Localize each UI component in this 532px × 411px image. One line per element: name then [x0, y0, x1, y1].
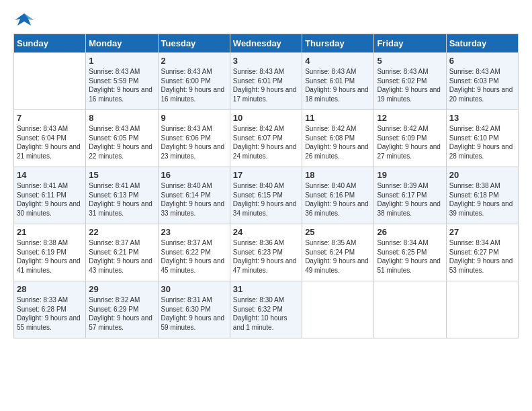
- logo-bird-icon: [15, 11, 34, 30]
- day-number: 19: [377, 170, 443, 180]
- day-number: 1: [89, 56, 154, 66]
- day-detail: Sunrise: 8:43 AMSunset: 6:00 PMDaylight:…: [161, 67, 227, 103]
- weekday-saturday: Saturday: [446, 34, 518, 53]
- weekday-thursday: Thursday: [302, 34, 374, 53]
- day-number: 11: [305, 113, 371, 123]
- calendar-cell: 2Sunrise: 8:43 AMSunset: 6:00 PMDaylight…: [158, 53, 230, 110]
- calendar-cell: [302, 281, 374, 338]
- day-number: 22: [89, 227, 154, 237]
- day-detail: Sunrise: 8:40 AMSunset: 6:14 PMDaylight:…: [161, 181, 227, 218]
- calendar-cell: [374, 281, 446, 338]
- calendar-cell: 24Sunrise: 8:36 AMSunset: 6:23 PMDayligh…: [230, 224, 302, 281]
- day-detail: Sunrise: 8:32 AMSunset: 6:29 PMDaylight:…: [89, 295, 154, 332]
- day-number: 30: [161, 284, 227, 294]
- day-detail: Sunrise: 8:43 AMSunset: 6:04 PMDaylight:…: [17, 124, 83, 161]
- calendar-cell: 31Sunrise: 8:30 AMSunset: 6:32 PMDayligh…: [230, 281, 302, 338]
- logo: [13, 13, 34, 30]
- week-row-2: 7Sunrise: 8:43 AMSunset: 6:04 PMDaylight…: [14, 110, 519, 167]
- calendar-cell: 11Sunrise: 8:42 AMSunset: 6:08 PMDayligh…: [302, 110, 374, 167]
- day-number: 23: [161, 227, 227, 237]
- day-number: 28: [17, 284, 83, 294]
- calendar-cell: 9Sunrise: 8:43 AMSunset: 6:06 PMDaylight…: [158, 110, 230, 167]
- day-number: 14: [17, 170, 83, 180]
- day-number: 3: [233, 56, 299, 66]
- day-number: 6: [449, 56, 515, 66]
- calendar-cell: 7Sunrise: 8:43 AMSunset: 6:04 PMDaylight…: [14, 110, 86, 167]
- day-number: 25: [305, 227, 371, 237]
- week-row-3: 14Sunrise: 8:41 AMSunset: 6:11 PMDayligh…: [14, 167, 519, 224]
- day-detail: Sunrise: 8:38 AMSunset: 6:18 PMDaylight:…: [449, 181, 515, 218]
- calendar-cell: 1Sunrise: 8:43 AMSunset: 5:59 PMDaylight…: [86, 53, 158, 110]
- day-detail: Sunrise: 8:43 AMSunset: 6:02 PMDaylight:…: [377, 67, 443, 103]
- header: [13, 11, 519, 30]
- calendar-cell: 3Sunrise: 8:43 AMSunset: 6:01 PMDaylight…: [230, 53, 302, 110]
- day-number: 13: [449, 113, 515, 123]
- calendar-cell: 5Sunrise: 8:43 AMSunset: 6:02 PMDaylight…: [374, 53, 446, 110]
- day-number: 31: [233, 284, 299, 294]
- day-detail: Sunrise: 8:43 AMSunset: 6:06 PMDaylight:…: [161, 124, 227, 161]
- day-detail: Sunrise: 8:42 AMSunset: 6:10 PMDaylight:…: [449, 124, 515, 161]
- calendar-cell: 19Sunrise: 8:39 AMSunset: 6:17 PMDayligh…: [374, 167, 446, 224]
- weekday-header-row: SundayMondayTuesdayWednesdayThursdayFrid…: [14, 34, 519, 53]
- day-detail: Sunrise: 8:41 AMSunset: 6:13 PMDaylight:…: [89, 181, 154, 218]
- day-number: 9: [161, 113, 227, 123]
- day-number: 5: [377, 56, 443, 66]
- day-detail: Sunrise: 8:36 AMSunset: 6:23 PMDaylight:…: [233, 238, 299, 275]
- calendar-cell: 22Sunrise: 8:37 AMSunset: 6:21 PMDayligh…: [86, 224, 158, 281]
- day-number: 7: [17, 113, 83, 123]
- calendar-cell: 8Sunrise: 8:43 AMSunset: 6:05 PMDaylight…: [86, 110, 158, 167]
- day-detail: Sunrise: 8:39 AMSunset: 6:17 PMDaylight:…: [377, 181, 443, 218]
- svg-marker-0: [15, 13, 34, 26]
- day-number: 27: [449, 227, 515, 237]
- day-detail: Sunrise: 8:34 AMSunset: 6:25 PMDaylight:…: [377, 238, 443, 275]
- day-detail: Sunrise: 8:41 AMSunset: 6:11 PMDaylight:…: [17, 181, 83, 218]
- weekday-wednesday: Wednesday: [230, 34, 302, 53]
- day-detail: Sunrise: 8:43 AMSunset: 6:05 PMDaylight:…: [89, 124, 154, 161]
- calendar-cell: 15Sunrise: 8:41 AMSunset: 6:13 PMDayligh…: [86, 167, 158, 224]
- day-detail: Sunrise: 8:42 AMSunset: 6:07 PMDaylight:…: [233, 124, 299, 161]
- day-number: 12: [377, 113, 443, 123]
- day-detail: Sunrise: 8:35 AMSunset: 6:24 PMDaylight:…: [305, 238, 371, 275]
- calendar-cell: 12Sunrise: 8:42 AMSunset: 6:09 PMDayligh…: [374, 110, 446, 167]
- calendar-cell: 28Sunrise: 8:33 AMSunset: 6:28 PMDayligh…: [14, 281, 86, 338]
- weekday-monday: Monday: [86, 34, 158, 53]
- calendar-cell: 17Sunrise: 8:40 AMSunset: 6:15 PMDayligh…: [230, 167, 302, 224]
- calendar-cell: 14Sunrise: 8:41 AMSunset: 6:11 PMDayligh…: [14, 167, 86, 224]
- calendar-cell: 23Sunrise: 8:37 AMSunset: 6:22 PMDayligh…: [158, 224, 230, 281]
- calendar-cell: 4Sunrise: 8:43 AMSunset: 6:01 PMDaylight…: [302, 53, 374, 110]
- calendar-cell: 27Sunrise: 8:34 AMSunset: 6:27 PMDayligh…: [446, 224, 518, 281]
- day-detail: Sunrise: 8:33 AMSunset: 6:28 PMDaylight:…: [17, 295, 83, 332]
- day-number: 21: [17, 227, 83, 237]
- calendar-cell: 30Sunrise: 8:31 AMSunset: 6:30 PMDayligh…: [158, 281, 230, 338]
- day-detail: Sunrise: 8:30 AMSunset: 6:32 PMDaylight:…: [233, 295, 299, 332]
- calendar-cell: [14, 53, 86, 110]
- calendar-cell: 10Sunrise: 8:42 AMSunset: 6:07 PMDayligh…: [230, 110, 302, 167]
- day-number: 26: [377, 227, 443, 237]
- day-detail: Sunrise: 8:43 AMSunset: 6:01 PMDaylight:…: [305, 67, 371, 103]
- day-detail: Sunrise: 8:38 AMSunset: 6:19 PMDaylight:…: [17, 238, 83, 275]
- calendar-cell: 20Sunrise: 8:38 AMSunset: 6:18 PMDayligh…: [446, 167, 518, 224]
- day-number: 24: [233, 227, 299, 237]
- calendar-cell: 18Sunrise: 8:40 AMSunset: 6:16 PMDayligh…: [302, 167, 374, 224]
- day-detail: Sunrise: 8:43 AMSunset: 6:03 PMDaylight:…: [449, 67, 515, 103]
- day-number: 4: [305, 56, 371, 66]
- day-number: 16: [161, 170, 227, 180]
- day-detail: Sunrise: 8:43 AMSunset: 6:01 PMDaylight:…: [233, 67, 299, 103]
- week-row-1: 1Sunrise: 8:43 AMSunset: 5:59 PMDaylight…: [14, 53, 519, 110]
- calendar-cell: 26Sunrise: 8:34 AMSunset: 6:25 PMDayligh…: [374, 224, 446, 281]
- day-number: 15: [89, 170, 154, 180]
- day-detail: Sunrise: 8:34 AMSunset: 6:27 PMDaylight:…: [449, 238, 515, 275]
- day-number: 20: [449, 170, 515, 180]
- calendar-cell: [446, 281, 518, 338]
- day-number: 17: [233, 170, 299, 180]
- calendar-table: SundayMondayTuesdayWednesdayThursdayFrid…: [13, 34, 519, 338]
- calendar-cell: 16Sunrise: 8:40 AMSunset: 6:14 PMDayligh…: [158, 167, 230, 224]
- day-number: 8: [89, 113, 154, 123]
- day-detail: Sunrise: 8:42 AMSunset: 6:08 PMDaylight:…: [305, 124, 371, 161]
- day-number: 18: [305, 170, 371, 180]
- day-detail: Sunrise: 8:40 AMSunset: 6:16 PMDaylight:…: [305, 181, 371, 218]
- calendar-cell: 13Sunrise: 8:42 AMSunset: 6:10 PMDayligh…: [446, 110, 518, 167]
- weekday-sunday: Sunday: [14, 34, 86, 53]
- day-number: 29: [89, 284, 154, 294]
- day-detail: Sunrise: 8:37 AMSunset: 6:22 PMDaylight:…: [161, 238, 227, 275]
